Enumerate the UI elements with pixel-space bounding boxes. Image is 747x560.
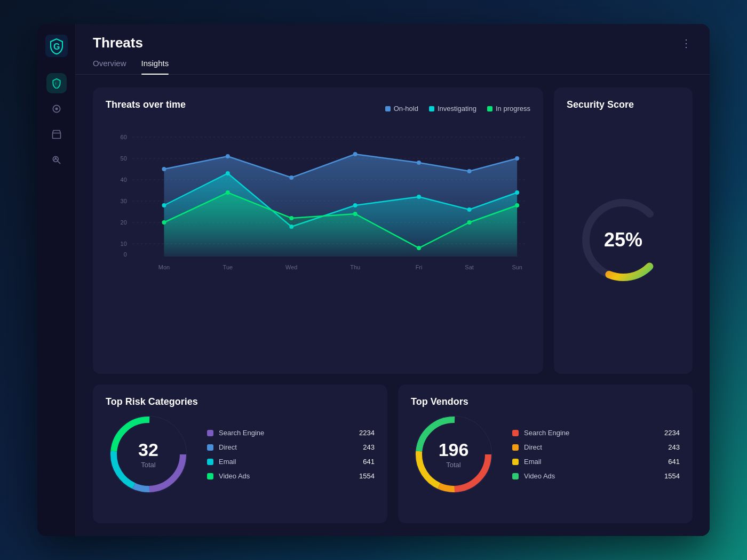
svg-point-35 bbox=[515, 156, 519, 161]
more-menu-button[interactable]: ⋮ bbox=[681, 37, 693, 50]
top-row: Threats over time On-hold Investigating bbox=[93, 87, 693, 374]
risk-total: 32 bbox=[138, 441, 158, 459]
sidebar-item-search-person[interactable] bbox=[46, 150, 67, 170]
risk-color-2 bbox=[207, 459, 213, 465]
svg-point-37 bbox=[162, 203, 166, 207]
risk-legend-0: Search Engine 2234 bbox=[207, 429, 375, 437]
svg-point-29 bbox=[162, 167, 166, 171]
score-value: 25% bbox=[604, 229, 642, 251]
svg-point-46 bbox=[226, 190, 230, 195]
risk-legend-3: Video Ads 1554 bbox=[207, 472, 375, 480]
vendors-legend-0: Search Engine 2234 bbox=[512, 429, 680, 437]
app-logo[interactable]: G bbox=[45, 35, 68, 57]
risk-donut-section: 32 Total Search Engine 2234 bbox=[106, 407, 375, 501]
svg-point-4 bbox=[55, 108, 58, 110]
legend-dot-on-hold bbox=[385, 106, 391, 111]
vendors-color-3 bbox=[512, 473, 519, 479]
sidebar-item-store[interactable] bbox=[46, 124, 67, 145]
chart-title: Threats over time bbox=[106, 99, 186, 110]
svg-text:60: 60 bbox=[121, 134, 127, 140]
tab-overview[interactable]: Overview bbox=[93, 59, 126, 74]
svg-point-40 bbox=[353, 203, 357, 207]
vendors-title: Top Vendors bbox=[411, 396, 468, 407]
svg-point-45 bbox=[162, 220, 166, 225]
vendors-donut: 196 Total bbox=[411, 412, 496, 497]
vendors-color-1 bbox=[512, 444, 519, 451]
content-area: Threats over time On-hold Investigating bbox=[76, 75, 710, 536]
vendors-color-2 bbox=[512, 459, 519, 465]
risk-color-0 bbox=[207, 430, 213, 436]
svg-point-33 bbox=[417, 161, 421, 165]
risk-legend: Search Engine 2234 Direct 243 Email bbox=[207, 429, 375, 480]
vendors-color-0 bbox=[512, 430, 519, 436]
score-value-wrap: 25% bbox=[604, 229, 642, 251]
main-content: Threats ⋮ Overview Insights Threats over… bbox=[76, 24, 710, 536]
top-risk-card: Top Risk Categories bbox=[93, 385, 387, 523]
svg-point-50 bbox=[467, 220, 472, 225]
svg-point-42 bbox=[467, 207, 472, 212]
top-vendors-card: Top Vendors bbox=[398, 385, 693, 523]
threats-chart-card: Threats over time On-hold Investigating bbox=[93, 87, 543, 374]
svg-text:40: 40 bbox=[121, 177, 127, 183]
vendors-total-wrap: 196 Total bbox=[439, 441, 469, 469]
risk-donut: 32 Total bbox=[106, 412, 191, 497]
svg-text:Mon: Mon bbox=[158, 264, 170, 270]
vendors-total: 196 bbox=[439, 441, 469, 459]
svg-point-47 bbox=[289, 216, 293, 220]
risk-legend-1: Direct 243 bbox=[207, 443, 375, 451]
svg-point-49 bbox=[417, 246, 421, 250]
svg-text:Wed: Wed bbox=[285, 264, 297, 270]
svg-text:10: 10 bbox=[121, 241, 127, 247]
svg-point-48 bbox=[353, 212, 357, 216]
vendors-legend: Search Engine 2234 Direct 243 Email bbox=[512, 429, 680, 480]
svg-text:30: 30 bbox=[121, 198, 127, 204]
svg-text:50: 50 bbox=[121, 155, 127, 162]
score-donut: 25% bbox=[575, 192, 671, 288]
svg-text:Fri: Fri bbox=[416, 264, 423, 270]
risk-color-1 bbox=[207, 444, 213, 451]
svg-point-38 bbox=[226, 171, 230, 175]
svg-point-32 bbox=[353, 152, 357, 156]
sidebar-item-shield[interactable]: i bbox=[46, 73, 67, 93]
legend-dot-in-progress bbox=[487, 106, 492, 111]
legend-dot-investigating bbox=[429, 106, 434, 111]
chart-legend: On-hold Investigating In progress bbox=[385, 105, 530, 113]
bottom-row: Top Risk Categories bbox=[93, 385, 693, 523]
vendors-legend-2: Email 641 bbox=[512, 458, 680, 466]
svg-text:20: 20 bbox=[121, 219, 127, 226]
sidebar-item-power[interactable] bbox=[46, 99, 67, 119]
svg-text:Thu: Thu bbox=[350, 264, 360, 270]
legend-on-hold: On-hold bbox=[385, 105, 418, 113]
svg-text:Tue: Tue bbox=[223, 264, 233, 270]
risk-color-3 bbox=[207, 473, 213, 479]
svg-point-51 bbox=[515, 203, 519, 207]
security-score-title: Security Score bbox=[567, 99, 634, 110]
app-window: G i bbox=[37, 24, 710, 536]
risk-legend-2: Email 641 bbox=[207, 458, 375, 466]
legend-investigating: Investigating bbox=[429, 105, 476, 113]
vendors-total-label: Total bbox=[439, 461, 469, 469]
svg-point-34 bbox=[467, 169, 472, 173]
security-score-card: Security Score bbox=[554, 87, 693, 374]
header: Threats ⋮ bbox=[76, 24, 710, 51]
svg-point-30 bbox=[226, 154, 230, 158]
svg-point-43 bbox=[515, 190, 519, 195]
svg-text:Sat: Sat bbox=[465, 264, 473, 270]
risk-total-wrap: 32 Total bbox=[138, 441, 158, 469]
risk-total-label: Total bbox=[138, 461, 158, 469]
tabs-bar: Overview Insights bbox=[76, 51, 710, 75]
sidebar: G i bbox=[37, 24, 76, 536]
tab-insights[interactable]: Insights bbox=[141, 59, 169, 74]
svg-text:G: G bbox=[53, 42, 60, 51]
svg-point-41 bbox=[417, 195, 421, 199]
chart-header: Threats over time On-hold Investigating bbox=[106, 99, 530, 118]
line-chart: 60 50 40 30 20 10 0 Mon Tue Wed bbox=[106, 126, 530, 278]
legend-in-progress: In progress bbox=[487, 105, 530, 113]
svg-text:0: 0 bbox=[124, 251, 127, 258]
page-title: Threats bbox=[93, 35, 143, 51]
risk-title: Top Risk Categories bbox=[106, 396, 198, 407]
vendors-legend-1: Direct 243 bbox=[512, 443, 680, 451]
vendors-legend-3: Video Ads 1554 bbox=[512, 472, 680, 480]
svg-text:Sun: Sun bbox=[512, 264, 522, 270]
svg-point-31 bbox=[289, 175, 293, 180]
